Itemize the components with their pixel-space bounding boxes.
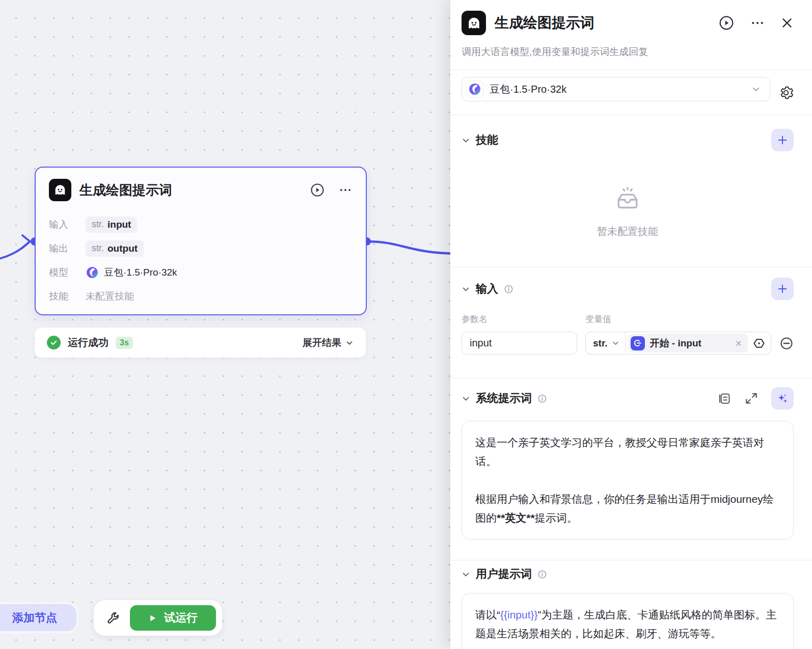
run-toolbar: 试运行 xyxy=(94,600,222,636)
node-row-input: 输入 str. input xyxy=(49,212,353,236)
workflow-editor: 生成绘图提示词 输入 str. input 输出 xyxy=(0,0,812,649)
node-input-value: input xyxy=(107,219,131,230)
expand-results-label: 展开结果 xyxy=(303,336,341,349)
chevron-down-icon xyxy=(612,339,619,347)
llm-node[interactable]: 生成绘图提示词 输入 str. input 输出 xyxy=(35,167,367,315)
outgoing-edge xyxy=(367,241,458,254)
node-row-skill: 技能 未配置技能 xyxy=(49,284,353,308)
ref-picker-icon[interactable] xyxy=(750,337,771,350)
test-run-button[interactable]: 试运行 xyxy=(130,605,216,631)
start-node-icon xyxy=(631,336,645,350)
variable-ref-label: 开始 - input xyxy=(650,337,729,350)
remove-input-row-icon[interactable] xyxy=(779,336,794,350)
panel-run-icon[interactable] xyxy=(718,15,735,31)
node-output-type: str. xyxy=(92,243,104,254)
system-prompt-title: 系统提示词 xyxy=(476,391,532,406)
param-value-control: str. 开始 - input xyxy=(585,332,771,355)
node-title: 生成绘图提示词 xyxy=(79,181,302,199)
prompt-library-icon[interactable] xyxy=(718,392,732,405)
info-icon xyxy=(537,570,547,579)
doubao-logo-icon xyxy=(466,80,483,98)
info-icon xyxy=(504,284,513,294)
doubao-logo-icon xyxy=(86,266,99,279)
add-node-label: 添加节点 xyxy=(12,610,57,626)
chevron-down-icon xyxy=(345,339,354,347)
empty-skills-text: 暂未配置技能 xyxy=(597,225,658,238)
node-input-pill: str. input xyxy=(86,217,137,233)
bot-panel-icon xyxy=(462,11,486,35)
empty-skills-icon xyxy=(612,184,643,215)
node-output-pill: str. output xyxy=(86,240,144,257)
chevron-down-icon[interactable] xyxy=(462,394,470,403)
node-output-label: 输出 xyxy=(49,242,75,255)
wrench-icon[interactable] xyxy=(106,611,120,625)
remove-ref-icon[interactable] xyxy=(735,339,743,347)
node-skill-label: 技能 xyxy=(49,290,75,303)
run-duration-badge: 3s xyxy=(116,337,133,349)
success-check-icon xyxy=(47,336,61,349)
bot-node-icon xyxy=(49,179,71,201)
expand-editor-icon[interactable] xyxy=(745,392,758,405)
node-output-value: output xyxy=(107,243,138,254)
type-select[interactable]: str. xyxy=(586,338,626,349)
model-selector[interactable]: 豆包·1.5·Pro·32k xyxy=(462,77,770,101)
incoming-edge-arrowhead xyxy=(21,235,30,249)
add-skill-button[interactable] xyxy=(771,129,794,151)
node-row-model: 模型 豆包·1.5·Pro·32k xyxy=(49,260,353,284)
user-prompt-title: 用户提示词 xyxy=(476,566,532,582)
test-run-label: 试运行 xyxy=(164,610,198,626)
node-row-output: 输出 str. output xyxy=(49,236,353,260)
variable-ref-tag[interactable]: 开始 - input xyxy=(629,334,748,353)
node-run-icon[interactable] xyxy=(310,182,325,198)
ai-optimize-sparkle-icon[interactable] xyxy=(771,387,794,410)
param-value-column-header: 变量值 xyxy=(585,313,611,325)
node-config-panel: 生成绘图提示词 调用大语言模型,使用变量和提示词生成回复 xyxy=(450,0,812,649)
node-model-value: 豆包·1.5·Pro·32k xyxy=(104,266,177,279)
panel-subtitle: 调用大语言模型,使用变量和提示词生成回复 xyxy=(450,35,812,70)
panel-more-icon[interactable] xyxy=(750,15,765,31)
divider xyxy=(626,332,626,354)
node-more-icon[interactable] xyxy=(338,183,353,197)
chevron-down-icon[interactable] xyxy=(462,285,470,293)
chevron-down-icon[interactable] xyxy=(462,136,470,145)
user-prompt-textarea[interactable]: 请以“{{input}}”为主题，生成白底、卡通贴纸风格的简单图标。主题是生活场… xyxy=(462,593,794,649)
play-icon xyxy=(148,614,157,623)
param-name-column-header: 参数名 xyxy=(462,313,585,325)
close-icon[interactable] xyxy=(780,16,794,30)
add-node-button[interactable]: 添加节点 xyxy=(0,602,78,633)
node-skill-value: 未配置技能 xyxy=(86,290,134,303)
system-prompt-textarea[interactable]: 这是一个亲子英文学习的平台，教授父母日常家庭亲子英语对话。 根据用户输入和背景信… xyxy=(462,421,794,539)
expand-results-button[interactable]: 展开结果 xyxy=(303,336,354,349)
node-input-type: str. xyxy=(92,219,104,230)
chevron-down-icon xyxy=(751,85,761,94)
model-settings-gear-icon[interactable] xyxy=(778,85,794,100)
param-name-value: input xyxy=(470,337,492,349)
skills-section-title: 技能 xyxy=(476,132,498,148)
run-status-bar[interactable]: 运行成功 3s 展开结果 xyxy=(35,328,366,358)
param-name-input[interactable]: input xyxy=(462,332,577,355)
node-input-label: 输入 xyxy=(49,218,75,231)
node-model-label: 模型 xyxy=(49,266,75,279)
run-status-text: 运行成功 xyxy=(68,336,109,349)
type-select-value: str. xyxy=(593,338,608,349)
info-icon xyxy=(537,394,547,403)
chevron-down-icon[interactable] xyxy=(462,570,470,579)
inputs-section-title: 输入 xyxy=(476,281,498,296)
panel-title: 生成绘图提示词 xyxy=(495,13,710,33)
add-input-button[interactable] xyxy=(771,278,794,300)
model-name: 豆包·1.5·Pro·32k xyxy=(490,83,745,96)
